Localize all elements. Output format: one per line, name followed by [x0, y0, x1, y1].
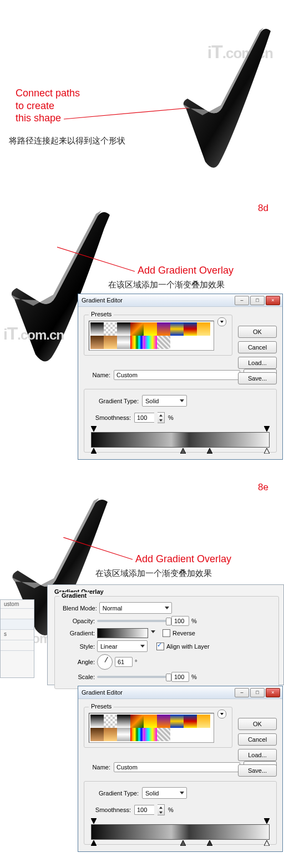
save-button-2[interactable]: Save... [238, 764, 277, 777]
preset-swatches-2[interactable] [89, 713, 214, 743]
presets-menu-2[interactable] [217, 710, 226, 718]
annotation-8e-en: Add Gradient Overlay [135, 553, 231, 566]
presets-legend: Presets [89, 311, 114, 317]
gradient-edit-fieldset-2: Gradient Type: Solid Smoothness: % [84, 781, 277, 845]
presets-menu[interactable] [217, 317, 226, 326]
dialog-title: Gradient Editor [82, 297, 123, 304]
angle-input[interactable] [115, 657, 133, 667]
gradient-bar[interactable] [91, 432, 270, 448]
annotation-8d-cn: 在该区域添加一个渐变叠加效果 [108, 280, 225, 290]
gradient-preview[interactable] [97, 628, 148, 638]
presets-fieldset-2: Presets [84, 707, 232, 748]
angle-dial[interactable] [97, 654, 113, 670]
opacity-label: Opacity: [63, 618, 95, 624]
reverse-label: Reverse [173, 630, 195, 636]
smoothness-label-2: Smoothness: [89, 807, 131, 813]
dialog-titlebar[interactable]: Gradient Editor – □ × [78, 294, 282, 307]
window-minimize-2[interactable]: – [235, 688, 249, 697]
gradient-overlay-panel: Gradient Overlay Gradient Blend Mode: No… [47, 584, 284, 685]
svg-marker-13 [207, 840, 212, 846]
opacity-slider[interactable] [97, 620, 169, 622]
svg-line-1 [57, 247, 135, 271]
presets-legend-2: Presets [89, 703, 114, 710]
connector-line [64, 108, 191, 130]
svg-marker-6 [207, 448, 212, 454]
section-8e: 8e Add Gradient Overlay 在该区域添加一个渐变叠加效果 i… [0, 476, 284, 868]
svg-marker-12 [180, 840, 186, 846]
annotation-8e-cn: 在该区域添加一个渐变叠加效果 [95, 568, 212, 579]
load-button[interactable]: Load... [238, 357, 277, 369]
svg-marker-10 [264, 818, 270, 824]
window-close[interactable]: × [266, 296, 280, 305]
section-8d: 8d Add Gradient Overlay 在该区域添加一个渐变叠加效果 i… [0, 183, 284, 476]
gradient-type-label-2: Gradient Type: [89, 790, 139, 797]
dialog-titlebar-2[interactable]: Gradient Editor – □ × [78, 686, 282, 699]
gradient-type-select-2[interactable]: Solid [142, 787, 187, 799]
svg-line-8 [63, 537, 133, 559]
gradient-bar-2[interactable] [91, 824, 270, 840]
window-maximize-2[interactable]: □ [250, 688, 265, 697]
reverse-checkbox[interactable] [163, 629, 170, 637]
shape-preview [178, 28, 277, 172]
save-button[interactable]: Save... [238, 372, 277, 384]
angle-label: Angle: [63, 659, 95, 665]
go-inner-title: Gradient [59, 592, 89, 599]
blend-mode-label: Blend Mode: [63, 605, 97, 612]
smoothness-input[interactable] [134, 413, 154, 423]
window-minimize[interactable]: – [235, 296, 249, 305]
svg-marker-7 [264, 448, 270, 454]
dialog-title-2: Gradient Editor [82, 689, 123, 696]
styles-list-item[interactable]: ustom [1, 600, 34, 609]
scale-input[interactable] [171, 672, 189, 682]
step-label-8e: 8e [258, 482, 268, 493]
smoothness-unit-2: % [168, 807, 174, 813]
cancel-button-2[interactable]: Cancel [238, 733, 277, 746]
name-input[interactable] [114, 370, 240, 380]
smoothness-unit: % [168, 414, 174, 421]
annotation-cn-1: 将路径连接起来以得到这个形状 [9, 136, 125, 146]
connector-line-8e [63, 537, 135, 565]
svg-marker-2 [91, 426, 97, 432]
connector-line-8d [57, 243, 138, 276]
gradient-editor-dialog: Gradient Editor – □ × Presets [78, 294, 283, 460]
name-label: Name: [84, 372, 110, 378]
svg-marker-11 [91, 840, 97, 846]
ok-button-2[interactable]: OK [238, 718, 277, 730]
gradient-type-label: Gradient Type: [89, 398, 139, 404]
window-maximize[interactable]: □ [250, 296, 265, 305]
scale-label: Scale: [63, 674, 95, 680]
style-label: Style: [63, 643, 95, 650]
styles-list-fragment: ustom s [0, 599, 34, 678]
name-input-2[interactable] [114, 762, 240, 772]
align-checkbox[interactable] [156, 643, 164, 650]
smoothness-spinner-2[interactable] [158, 804, 165, 815]
annotation-8d-en: Add Gradient Overlay [138, 264, 234, 277]
gradient-editor-dialog-2: Gradient Editor – □ × Presets [78, 686, 283, 852]
blend-mode-select[interactable]: Normal [99, 602, 172, 614]
smoothness-input-2[interactable] [134, 805, 154, 815]
opacity-input[interactable] [171, 616, 189, 626]
style-select[interactable]: Linear [97, 640, 148, 652]
svg-marker-3 [264, 426, 270, 432]
gradient-label: Gradient: [63, 630, 95, 636]
window-close-2[interactable]: × [266, 688, 280, 697]
opacity-unit: % [191, 618, 197, 624]
preset-swatches[interactable] [89, 321, 214, 351]
gradient-type-select[interactable]: Solid [142, 395, 187, 407]
ok-button[interactable]: OK [238, 326, 277, 338]
svg-marker-5 [180, 448, 186, 454]
smoothness-label: Smoothness: [89, 414, 131, 421]
svg-marker-4 [91, 448, 97, 454]
load-button-2[interactable]: Load... [238, 749, 277, 761]
step-label-8d: 8d [258, 203, 268, 214]
align-label: Align with Layer [166, 643, 210, 650]
scale-slider[interactable] [97, 676, 169, 678]
cancel-button[interactable]: Cancel [238, 341, 277, 353]
presets-fieldset: Presets [84, 315, 232, 356]
section-8c: iT.com.cn Connect paths to create this s… [0, 0, 284, 183]
smoothness-spinner[interactable] [158, 412, 165, 423]
svg-marker-9 [91, 818, 97, 824]
scale-unit: % [191, 674, 197, 680]
svg-marker-14 [264, 840, 270, 846]
gradient-edit-fieldset: Gradient Type: Solid Smoothness: % [84, 389, 277, 453]
